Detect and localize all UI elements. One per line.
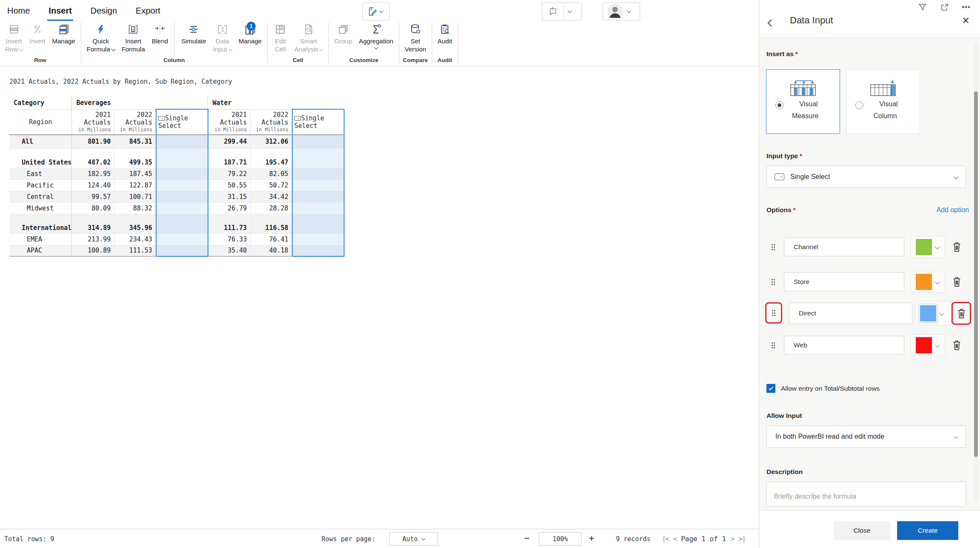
single-select-cell[interactable]	[156, 214, 208, 233]
option-name-input[interactable]	[784, 238, 904, 256]
table-row: East 182.95 187.45 79.22 82.05	[9, 168, 344, 179]
option-name-input[interactable]	[784, 336, 904, 355]
drag-handle-icon[interactable]	[772, 309, 776, 316]
close-icon[interactable]: ✕	[962, 15, 970, 26]
single-select-cell[interactable]	[156, 148, 208, 168]
single-select-cell[interactable]	[292, 191, 344, 202]
drag-handle-icon[interactable]	[771, 244, 775, 250]
close-button[interactable]: Close	[833, 521, 891, 540]
tab-export[interactable]: Export	[136, 6, 160, 18]
single-select-cell[interactable]	[156, 245, 208, 256]
tab-home[interactable]: Home	[7, 6, 30, 18]
header-wat-2021: 2021 Actualsin Millions	[208, 109, 251, 135]
next-page-button[interactable]: >	[731, 535, 734, 543]
edit-cell-button[interactable]: Edit Cell	[270, 21, 291, 53]
audit-button[interactable]: Audit	[434, 21, 456, 45]
add-comment-button[interactable]	[542, 3, 582, 20]
table-row: All 801.90 845.31 299.44 312.06	[9, 135, 344, 148]
rows-per-page-select[interactable]: Auto	[389, 532, 438, 546]
insert-as-visual-column[interactable]: Visual Column	[846, 69, 920, 134]
more-options-icon[interactable]: •••	[962, 3, 971, 11]
smart-analysis-icon	[303, 23, 315, 36]
single-select-cell[interactable]	[292, 202, 344, 214]
single-select-cell[interactable]	[156, 233, 208, 245]
allow-totals-checkbox-row[interactable]: Allow entry on Total/Subtotal rows	[766, 384, 880, 393]
description-input[interactable]	[766, 482, 966, 506]
set-version-button[interactable]: Set Version	[402, 21, 430, 53]
zoom-out-button[interactable]: −	[524, 533, 530, 543]
delete-option-icon[interactable]	[952, 276, 962, 288]
single-select-cell[interactable]	[156, 168, 208, 179]
group-label-cell: Cell	[270, 57, 326, 65]
smart-analysis-button[interactable]: Smart Analysis	[291, 21, 326, 53]
data-input-button[interactable]: Data Input	[210, 21, 235, 53]
option-color-picker[interactable]	[911, 236, 945, 258]
comment-plus-icon	[547, 6, 558, 17]
single-select-cell[interactable]	[156, 202, 208, 214]
single-select-cell[interactable]	[156, 179, 208, 191]
single-select-cell[interactable]	[292, 135, 344, 148]
option-name-input[interactable]	[789, 303, 912, 324]
insert-row-button[interactable]: Insert Row	[2, 21, 26, 53]
delete-option-icon[interactable]	[952, 241, 962, 253]
single-select-cell[interactable]	[292, 179, 344, 191]
delete-option-icon[interactable]	[952, 340, 962, 351]
total-rows-label: Total rows: 9	[4, 535, 54, 543]
header-wat-single-select[interactable]: Single Select	[292, 109, 344, 135]
edit-pencil-icon	[367, 6, 378, 17]
blend-button[interactable]: Blend	[148, 21, 171, 45]
tab-design[interactable]: Design	[91, 6, 117, 18]
aggregation-button[interactable]: Aggregation	[356, 21, 397, 49]
drag-handle-icon[interactable]	[771, 278, 775, 285]
single-select-cell[interactable]	[292, 245, 344, 256]
option-name-input[interactable]	[784, 273, 904, 291]
group-label-customize: Customize	[331, 57, 397, 65]
option-color-picker[interactable]	[911, 271, 945, 293]
simulate-button[interactable]: Simulate	[178, 21, 209, 45]
ribbon-group-customize: Group Aggregation Customize	[331, 21, 397, 65]
records-count: 9 records	[616, 535, 650, 543]
insert-row-icon	[9, 23, 20, 36]
last-page-button[interactable]: >|	[739, 535, 745, 543]
edit-visual-button[interactable]	[362, 3, 390, 20]
allow-input-select[interactable]: In both PowerBI read and edit mode	[766, 426, 966, 448]
account-avatar-button[interactable]	[603, 3, 640, 20]
back-icon[interactable]	[768, 20, 775, 27]
single-select-cell[interactable]	[156, 191, 208, 202]
quick-formula-button[interactable]: Quick Formula	[83, 21, 118, 53]
group-button[interactable]: Group	[331, 21, 356, 45]
single-select-cell[interactable]	[292, 168, 344, 179]
option-color-picker[interactable]	[911, 334, 945, 356]
create-button[interactable]: Create	[897, 521, 958, 540]
insert-formula-button[interactable]: Insert Formula	[118, 21, 148, 53]
manage-column-button[interactable]: 1 Manage	[235, 21, 265, 45]
add-option-link[interactable]: Add option	[936, 206, 969, 214]
single-select-cell[interactable]	[292, 233, 344, 245]
single-select-icon	[294, 116, 301, 121]
color-swatch	[916, 274, 932, 290]
avatar	[607, 3, 623, 20]
delete-option-icon[interactable]	[956, 308, 967, 319]
insert-as-visual-measure[interactable]: Visual Measure	[766, 69, 840, 134]
corner-header: Category	[9, 97, 72, 109]
first-page-button[interactable]: |<	[662, 535, 668, 543]
single-select-cell[interactable]	[156, 135, 208, 148]
chevron-down-icon	[935, 279, 940, 284]
zoom-level-field[interactable]: 100%	[539, 532, 581, 546]
single-select-cell[interactable]	[292, 148, 344, 168]
prev-page-button[interactable]: <	[673, 535, 676, 543]
tab-insert[interactable]: Insert	[48, 6, 71, 18]
drag-handle-icon[interactable]	[771, 342, 775, 349]
zoom-in-button[interactable]: +	[589, 533, 594, 543]
checkbox-checked-icon[interactable]	[766, 384, 775, 393]
header-bev-single-select[interactable]: Single Select	[156, 109, 208, 135]
input-type-label: Input type*	[766, 152, 802, 160]
input-type-select[interactable]: Single Select	[766, 166, 966, 188]
delete-option-highlight	[952, 302, 971, 325]
group-icon	[337, 23, 349, 36]
invert-button[interactable]: Invert	[26, 21, 49, 45]
manage-row-button[interactable]: Manage	[49, 21, 79, 45]
single-select-cell[interactable]	[292, 214, 344, 233]
panel-scrollbar-thumb[interactable]	[974, 91, 978, 457]
option-color-picker[interactable]	[915, 301, 952, 325]
